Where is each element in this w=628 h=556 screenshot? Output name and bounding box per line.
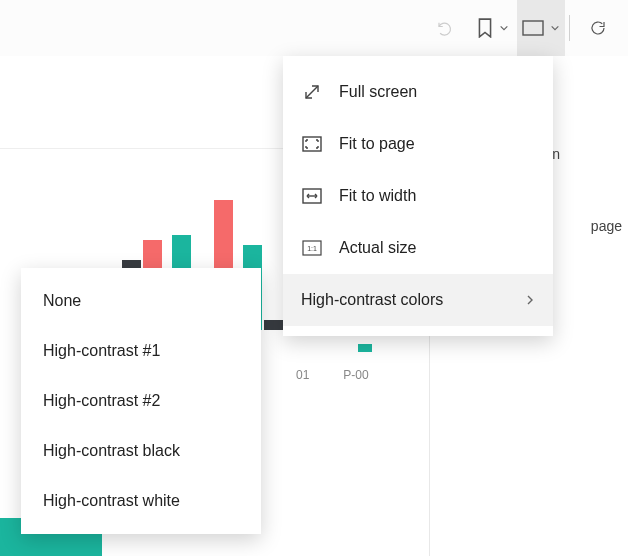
bookmark-icon (477, 18, 493, 38)
submenu-item-none[interactable]: None (21, 276, 261, 326)
submenu-item-hc-black[interactable]: High-contrast black (21, 426, 261, 476)
chevron-down-icon (499, 23, 509, 33)
submenu-item-label: High-contrast black (43, 442, 180, 460)
menu-item-high-contrast[interactable]: High-contrast colors (283, 274, 553, 326)
submenu-item-hc1[interactable]: High-contrast #1 (21, 326, 261, 376)
chevron-down-icon (550, 23, 560, 33)
submenu-item-label: None (43, 292, 81, 310)
axis-label: 01 (296, 368, 309, 550)
menu-item-actual-size[interactable]: 1:1 Actual size (283, 222, 553, 274)
submenu-item-label: High-contrast white (43, 492, 180, 510)
menu-item-label: Fit to page (339, 135, 415, 153)
x-axis-labels: 01 P-00 (296, 368, 369, 550)
full-screen-icon (301, 81, 323, 103)
svg-text:1:1: 1:1 (307, 245, 317, 252)
menu-item-label: Actual size (339, 239, 416, 257)
actual-size-icon: 1:1 (301, 237, 323, 259)
bar (264, 320, 283, 330)
fit-to-width-icon (301, 185, 323, 207)
view-rectangle-icon (522, 20, 544, 36)
menu-item-label: Full screen (339, 83, 417, 101)
menu-item-label: Fit to width (339, 187, 416, 205)
submenu-item-hc-white[interactable]: High-contrast white (21, 476, 261, 526)
menu-item-full-screen[interactable]: Full screen (283, 66, 553, 118)
svg-rect-0 (523, 21, 543, 35)
svg-rect-1 (303, 137, 321, 151)
high-contrast-submenu: None High-contrast #1 High-contrast #2 H… (21, 268, 261, 534)
legend-swatch (358, 344, 372, 352)
toolbar (0, 0, 628, 56)
menu-item-fit-to-page[interactable]: Fit to page (283, 118, 553, 170)
undo-icon (436, 19, 454, 37)
fit-to-page-icon (301, 133, 323, 155)
menu-item-label: High-contrast colors (301, 291, 443, 309)
refresh-icon (589, 19, 607, 37)
view-menu: Full screen Fit to page Fit to width 1:1… (283, 56, 553, 336)
chevron-right-icon (525, 294, 535, 306)
submenu-item-label: High-contrast #1 (43, 342, 160, 360)
bookmark-button[interactable] (469, 0, 517, 56)
submenu-item-hc2[interactable]: High-contrast #2 (21, 376, 261, 426)
submenu-item-label: High-contrast #2 (43, 392, 160, 410)
refresh-button[interactable] (574, 0, 622, 56)
view-button[interactable] (517, 0, 565, 56)
menu-item-fit-to-width[interactable]: Fit to width (283, 170, 553, 222)
side-text: n (552, 146, 560, 162)
reset-button[interactable] (421, 0, 469, 56)
toolbar-separator (569, 15, 570, 41)
side-text: page (591, 218, 622, 234)
axis-label: P-00 (343, 368, 368, 550)
